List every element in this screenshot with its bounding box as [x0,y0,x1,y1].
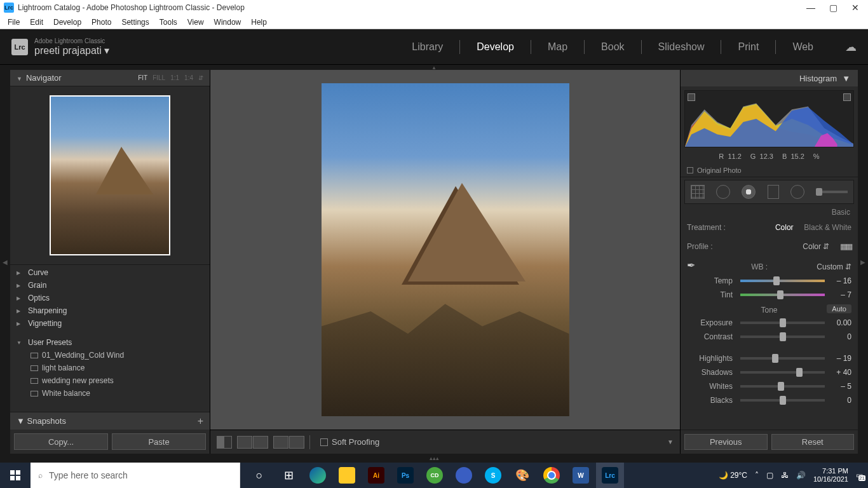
treatment-bw[interactable]: Black & White [804,223,851,232]
basic-panel-label[interactable]: Basic [681,207,858,218]
skype-icon[interactable]: S [479,463,507,488]
lightroom-taskbar-icon[interactable]: Lrc [596,463,624,488]
notifications-icon[interactable]: ▭21 [856,471,863,480]
highlights-slider[interactable] [740,357,825,360]
module-map[interactable]: Map [548,41,567,53]
preset-group[interactable]: ▶Curve [10,266,210,279]
module-library[interactable]: Library [412,41,443,53]
highlight-clip-icon[interactable] [843,93,851,101]
menu-view[interactable]: View [182,17,209,28]
shadow-clip-icon[interactable] [688,93,695,101]
module-web[interactable]: Web [792,41,813,53]
start-button[interactable] [0,463,31,488]
image-canvas[interactable] [210,70,680,430]
module-book[interactable]: Book [601,41,624,53]
before-after-split-lr-button[interactable] [253,436,268,449]
menu-photo[interactable]: Photo [86,17,116,28]
minimize-button[interactable]: — [806,3,815,13]
coreldraw-icon[interactable]: CD [421,463,449,488]
clock[interactable]: 7:31 PM 10/16/2021 [813,467,848,484]
volume-icon[interactable]: 🔊 [796,471,806,480]
paint-icon[interactable]: 🎨 [508,463,536,488]
blacks-slider[interactable] [740,399,825,402]
module-print[interactable]: Print [738,41,759,53]
whites-slider[interactable] [740,385,825,388]
preset-group[interactable]: ▶Vignetting [10,317,210,330]
app-icon[interactable] [450,463,478,488]
identity-plate[interactable]: Adobe Lightroom Classic preeti prajapati… [34,37,109,57]
menu-tools[interactable]: Tools [154,17,182,28]
chrome-icon[interactable] [538,463,566,488]
crop-tool-icon[interactable] [691,185,705,199]
filmstrip-grip[interactable]: ▴▴▴ [0,454,868,463]
menu-window[interactable]: Window [209,17,247,28]
radial-filter-tool-icon[interactable] [790,185,804,199]
weather-widget[interactable]: 🌙 29°C [719,471,747,480]
adjustment-brush-tool-icon[interactable] [816,191,848,193]
previous-button[interactable]: Previous [684,434,768,450]
exposure-slider[interactable] [740,322,825,324]
menu-develop[interactable]: Develop [48,17,86,28]
preset-group[interactable]: ▶Optics [10,292,210,304]
right-panel-grip[interactable]: ▶ [858,70,868,454]
auto-tone-button[interactable]: Auto [827,304,851,313]
before-after-lr-button[interactable] [237,436,252,449]
preset-group[interactable]: ▶Grain [10,279,210,292]
word-icon[interactable]: W [567,463,595,488]
user-presets-group[interactable]: ▼User Presets [10,336,210,349]
module-develop[interactable]: Develop [477,41,514,53]
zoom-1-1[interactable]: 1:1 [170,74,179,81]
reset-button[interactable]: Reset [771,434,855,450]
zoom-1-4[interactable]: 1:4 [184,74,193,81]
zoom-fit[interactable]: FIT [138,74,147,81]
profile-selector[interactable]: Color ⇵ [803,242,829,251]
contrast-value[interactable]: 0 [827,332,851,341]
treatment-color[interactable]: Color [775,223,794,232]
photoshop-icon[interactable]: Ps [391,463,419,488]
contrast-slider[interactable] [740,336,825,338]
preset-group[interactable]: ▶Sharpening [10,304,210,317]
soft-proofing-toggle[interactable]: Soft Proofing [320,437,379,447]
module-slideshow[interactable]: Slideshow [658,41,705,53]
navigator-preview[interactable] [10,86,210,264]
histogram-header[interactable]: Histogram ▼ [681,70,858,86]
maximize-button[interactable]: ▢ [829,3,837,13]
cloud-sync-icon[interactable]: ☁ [845,40,857,54]
blacks-value[interactable]: 0 [827,396,851,405]
toolbar-dropdown-icon[interactable]: ▼ [667,438,674,445]
loupe-view-button[interactable] [217,436,232,449]
before-after-tb-button[interactable] [273,436,288,449]
network-icon[interactable]: 🖧 [781,471,789,480]
preset-item[interactable]: White balance [10,387,210,400]
preset-item[interactable]: light balance [10,362,210,374]
zoom-dropdown-icon[interactable]: ⇵ [198,74,203,81]
profile-browser-icon[interactable]: ▦▦ [840,242,851,251]
menu-edit[interactable]: Edit [25,17,48,28]
left-panel-grip[interactable]: ◀ [0,70,10,454]
wb-selector[interactable]: Custom ⇵ [817,262,851,271]
navigator-header[interactable]: ▼Navigator FIT FILL 1:1 1:4 ⇵ [10,70,210,86]
top-panel-grip[interactable]: ▲ [0,65,868,70]
add-snapshot-icon[interactable]: + [198,416,203,427]
copy-button[interactable]: Copy... [14,433,108,450]
exposure-value[interactable]: 0.00 [827,318,851,327]
tray-chevron-icon[interactable]: ˄ [755,471,759,480]
preset-item[interactable]: wedding new presets [10,374,210,387]
menu-file[interactable]: File [3,17,25,28]
histogram-display[interactable] [684,90,854,147]
taskbar-search[interactable]: ⌕ Type here to search [31,463,240,488]
spot-removal-tool-icon[interactable] [716,185,730,199]
before-after-split-tb-button[interactable] [289,436,304,449]
wb-eyedropper-icon[interactable]: ✒ [687,259,702,274]
task-view-icon[interactable]: ⊞ [275,463,302,488]
redeye-tool-icon[interactable] [742,185,756,199]
whites-value[interactable]: – 5 [827,382,851,391]
meet-now-icon[interactable]: ▢ [766,471,773,480]
highlights-value[interactable]: – 19 [827,354,851,363]
illustrator-icon[interactable]: Ai [362,463,390,488]
paste-button[interactable]: Paste [112,433,206,450]
edge-icon[interactable] [304,463,332,488]
zoom-fill[interactable]: FILL [153,74,165,81]
menu-help[interactable]: Help [246,17,272,28]
tint-value[interactable]: – 7 [827,290,851,299]
